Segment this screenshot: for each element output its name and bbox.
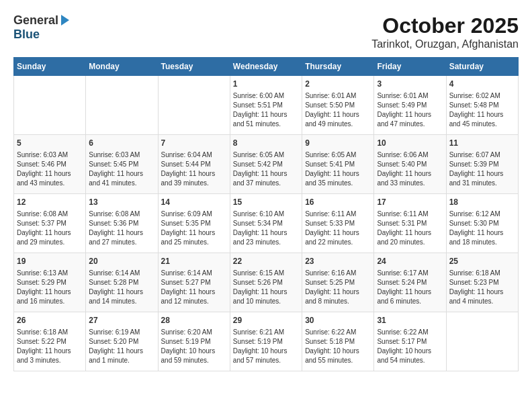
day-info: Sunrise: 6:03 AM Sunset: 5:45 PM Dayligh… (89, 150, 154, 188)
calendar-cell: 22Sunrise: 6:15 AM Sunset: 5:26 PM Dayli… (230, 253, 302, 312)
weekday-header-monday: Monday (86, 58, 158, 76)
day-info: Sunrise: 6:16 AM Sunset: 5:25 PM Dayligh… (305, 269, 371, 306)
day-info: Sunrise: 6:04 AM Sunset: 5:44 PM Dayligh… (161, 150, 227, 188)
day-number: 11 (449, 138, 515, 149)
calendar-cell: 21Sunrise: 6:14 AM Sunset: 5:27 PM Dayli… (158, 253, 230, 312)
day-number: 16 (305, 197, 371, 208)
calendar-cell: 31Sunrise: 6:22 AM Sunset: 5:17 PM Dayli… (374, 312, 446, 371)
week-row-1: 1Sunrise: 6:00 AM Sunset: 5:51 PM Daylig… (14, 76, 519, 135)
calendar-cell: 27Sunrise: 6:19 AM Sunset: 5:20 PM Dayli… (86, 312, 158, 371)
day-number: 25 (449, 256, 515, 267)
day-info: Sunrise: 6:00 AM Sunset: 5:51 PM Dayligh… (233, 91, 299, 129)
month-title: October 2025 (371, 13, 519, 38)
day-info: Sunrise: 6:11 AM Sunset: 5:31 PM Dayligh… (377, 210, 443, 247)
calendar-cell (446, 312, 518, 371)
calendar-cell: 23Sunrise: 6:16 AM Sunset: 5:25 PM Dayli… (302, 253, 374, 312)
calendar-cell: 2Sunrise: 6:01 AM Sunset: 5:50 PM Daylig… (302, 76, 374, 135)
day-info: Sunrise: 6:13 AM Sunset: 5:29 PM Dayligh… (17, 269, 83, 306)
logo-arrow-icon (61, 15, 69, 26)
calendar-cell: 11Sunrise: 6:07 AM Sunset: 5:39 PM Dayli… (446, 135, 518, 194)
day-info: Sunrise: 6:18 AM Sunset: 5:22 PM Dayligh… (17, 328, 83, 365)
day-number: 7 (161, 138, 227, 149)
day-info: Sunrise: 6:07 AM Sunset: 5:39 PM Dayligh… (449, 150, 515, 188)
weekday-header-thursday: Thursday (302, 58, 374, 76)
weekday-header-wednesday: Wednesday (230, 58, 302, 76)
calendar-cell: 26Sunrise: 6:18 AM Sunset: 5:22 PM Dayli… (14, 312, 86, 371)
day-number: 6 (89, 138, 154, 149)
calendar-cell: 7Sunrise: 6:04 AM Sunset: 5:44 PM Daylig… (158, 135, 230, 194)
day-info: Sunrise: 6:14 AM Sunset: 5:27 PM Dayligh… (161, 269, 227, 306)
day-number: 2 (305, 79, 371, 90)
calendar-cell: 5Sunrise: 6:03 AM Sunset: 5:46 PM Daylig… (14, 135, 86, 194)
weekday-header-friday: Friday (374, 58, 446, 76)
calendar-header: SundayMondayTuesdayWednesdayThursdayFrid… (14, 58, 519, 76)
day-info: Sunrise: 6:19 AM Sunset: 5:20 PM Dayligh… (89, 328, 154, 365)
calendar-cell: 29Sunrise: 6:21 AM Sunset: 5:19 PM Dayli… (230, 312, 302, 371)
calendar-cell: 8Sunrise: 6:05 AM Sunset: 5:42 PM Daylig… (230, 135, 302, 194)
calendar-cell: 4Sunrise: 6:02 AM Sunset: 5:48 PM Daylig… (446, 76, 518, 135)
logo: General Blue (13, 13, 69, 42)
calendar-cell: 10Sunrise: 6:06 AM Sunset: 5:40 PM Dayli… (374, 135, 446, 194)
calendar-cell (86, 76, 158, 135)
day-number: 26 (17, 315, 83, 326)
calendar-cell: 17Sunrise: 6:11 AM Sunset: 5:31 PM Dayli… (374, 194, 446, 253)
day-number: 21 (161, 256, 227, 267)
day-info: Sunrise: 6:18 AM Sunset: 5:23 PM Dayligh… (449, 269, 515, 306)
day-info: Sunrise: 6:10 AM Sunset: 5:34 PM Dayligh… (233, 210, 299, 247)
day-info: Sunrise: 6:09 AM Sunset: 5:35 PM Dayligh… (161, 210, 227, 247)
calendar-cell: 3Sunrise: 6:01 AM Sunset: 5:49 PM Daylig… (374, 76, 446, 135)
header-row: SundayMondayTuesdayWednesdayThursdayFrid… (14, 58, 519, 76)
day-number: 28 (161, 315, 227, 326)
day-number: 29 (233, 315, 299, 326)
day-number: 8 (233, 138, 299, 149)
day-number: 12 (17, 197, 83, 208)
calendar-cell: 18Sunrise: 6:12 AM Sunset: 5:30 PM Dayli… (446, 194, 518, 253)
calendar-cell (14, 76, 86, 135)
calendar-cell: 30Sunrise: 6:22 AM Sunset: 5:18 PM Dayli… (302, 312, 374, 371)
calendar-cell: 25Sunrise: 6:18 AM Sunset: 5:23 PM Dayli… (446, 253, 518, 312)
logo-blue: Blue (13, 28, 40, 42)
day-number: 24 (377, 256, 443, 267)
day-info: Sunrise: 6:08 AM Sunset: 5:36 PM Dayligh… (89, 210, 154, 247)
calendar-cell: 28Sunrise: 6:20 AM Sunset: 5:19 PM Dayli… (158, 312, 230, 371)
day-info: Sunrise: 6:06 AM Sunset: 5:40 PM Dayligh… (377, 150, 443, 188)
day-info: Sunrise: 6:17 AM Sunset: 5:24 PM Dayligh… (377, 269, 443, 306)
week-row-2: 5Sunrise: 6:03 AM Sunset: 5:46 PM Daylig… (14, 135, 519, 194)
day-info: Sunrise: 6:08 AM Sunset: 5:37 PM Dayligh… (17, 210, 83, 247)
calendar-body: 1Sunrise: 6:00 AM Sunset: 5:51 PM Daylig… (14, 76, 519, 371)
day-number: 3 (377, 79, 443, 90)
day-number: 31 (377, 315, 443, 326)
calendar-cell: 13Sunrise: 6:08 AM Sunset: 5:36 PM Dayli… (86, 194, 158, 253)
day-number: 30 (305, 315, 371, 326)
day-info: Sunrise: 6:05 AM Sunset: 5:42 PM Dayligh… (233, 150, 299, 188)
week-row-4: 19Sunrise: 6:13 AM Sunset: 5:29 PM Dayli… (14, 253, 519, 312)
day-info: Sunrise: 6:05 AM Sunset: 5:41 PM Dayligh… (305, 150, 371, 188)
calendar-cell (158, 76, 230, 135)
day-number: 1 (233, 79, 299, 90)
day-number: 10 (377, 138, 443, 149)
day-info: Sunrise: 6:21 AM Sunset: 5:19 PM Dayligh… (233, 328, 299, 365)
calendar-cell: 24Sunrise: 6:17 AM Sunset: 5:24 PM Dayli… (374, 253, 446, 312)
day-number: 19 (17, 256, 83, 267)
day-info: Sunrise: 6:14 AM Sunset: 5:28 PM Dayligh… (89, 269, 154, 306)
day-info: Sunrise: 6:12 AM Sunset: 5:30 PM Dayligh… (449, 210, 515, 247)
day-number: 20 (89, 256, 154, 267)
day-info: Sunrise: 6:01 AM Sunset: 5:50 PM Dayligh… (305, 91, 371, 129)
page-header: General Blue October 2025 Tarinkot, Oruz… (13, 13, 519, 50)
day-info: Sunrise: 6:01 AM Sunset: 5:49 PM Dayligh… (377, 91, 443, 129)
day-info: Sunrise: 6:22 AM Sunset: 5:17 PM Dayligh… (377, 328, 443, 365)
calendar-cell: 20Sunrise: 6:14 AM Sunset: 5:28 PM Dayli… (86, 253, 158, 312)
day-number: 14 (161, 197, 227, 208)
logo-general: General (13, 13, 58, 28)
day-number: 9 (305, 138, 371, 149)
week-row-5: 26Sunrise: 6:18 AM Sunset: 5:22 PM Dayli… (14, 312, 519, 371)
calendar-cell: 6Sunrise: 6:03 AM Sunset: 5:45 PM Daylig… (86, 135, 158, 194)
day-number: 13 (89, 197, 154, 208)
day-number: 15 (233, 197, 299, 208)
day-info: Sunrise: 6:02 AM Sunset: 5:48 PM Dayligh… (449, 91, 515, 129)
weekday-header-tuesday: Tuesday (158, 58, 230, 76)
day-number: 5 (17, 138, 83, 149)
day-number: 4 (449, 79, 515, 90)
day-number: 22 (233, 256, 299, 267)
day-info: Sunrise: 6:22 AM Sunset: 5:18 PM Dayligh… (305, 328, 371, 365)
